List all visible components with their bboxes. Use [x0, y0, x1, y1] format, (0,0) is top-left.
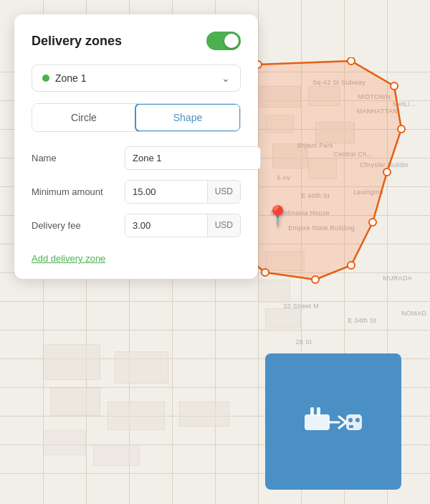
- delivery-zones-toggle[interactable]: [206, 32, 241, 50]
- svg-point-6: [369, 219, 376, 226]
- name-field-row: Name: [32, 146, 241, 170]
- minimum-amount-input-group: USD: [125, 180, 241, 204]
- name-label: Name: [32, 153, 125, 163]
- minimum-amount-label: Minimum amount: [32, 186, 125, 197]
- svg-point-4: [398, 125, 405, 133]
- minimum-amount-currency: USD: [207, 181, 240, 203]
- zone-name: Zone 1: [55, 72, 221, 84]
- delivery-fee-input[interactable]: [125, 214, 207, 237]
- map-label: 28 St: [295, 338, 312, 346]
- delivery-zones-card: Delivery zones Zone 1 ⌄ Circle Shape Nam…: [14, 14, 258, 279]
- delivery-fee-input-group: USD: [125, 214, 241, 237]
- shape-button[interactable]: Shape: [135, 103, 241, 132]
- circle-button[interactable]: Circle: [32, 104, 135, 131]
- map-pin: 📍: [265, 204, 290, 228]
- minimum-amount-input[interactable]: [125, 181, 207, 203]
- svg-point-7: [348, 262, 355, 269]
- zone-status-dot: [42, 75, 49, 82]
- svg-point-3: [391, 82, 398, 90]
- add-delivery-zone-link[interactable]: Add delivery zone: [32, 253, 105, 264]
- svg-rect-16: [317, 407, 320, 416]
- plugin-panel: [265, 353, 401, 490]
- toggle-thumb: [224, 34, 239, 48]
- svg-point-5: [383, 168, 391, 176]
- shape-type-toggle: Circle Shape: [32, 103, 241, 132]
- plugin-icon: [297, 396, 369, 447]
- svg-rect-21: [349, 425, 353, 428]
- minimum-amount-row: Minimum amount USD: [32, 180, 241, 204]
- card-header: Delivery zones: [32, 32, 241, 50]
- svg-point-9: [262, 269, 269, 276]
- chevron-down-icon: ⌄: [221, 72, 230, 84]
- map-label: E 34th St: [348, 317, 376, 324]
- name-input[interactable]: [125, 146, 261, 170]
- svg-point-2: [348, 57, 355, 65]
- map-label: NOMAD: [401, 310, 426, 317]
- delivery-fee-currency: USD: [207, 214, 240, 237]
- card-title: Delivery zones: [32, 34, 122, 49]
- svg-point-19: [348, 418, 353, 422]
- toggle-track: [206, 32, 241, 50]
- svg-point-20: [355, 418, 360, 422]
- delivery-fee-label: Delivery fee: [32, 220, 125, 231]
- svg-rect-14: [305, 414, 330, 430]
- svg-rect-15: [310, 407, 314, 416]
- zone-dropdown[interactable]: Zone 1 ⌄: [32, 65, 241, 92]
- svg-rect-18: [346, 414, 362, 430]
- map-label: 33 Street M: [283, 303, 319, 310]
- delivery-fee-row: Delivery fee USD: [32, 214, 241, 237]
- svg-point-8: [312, 276, 319, 283]
